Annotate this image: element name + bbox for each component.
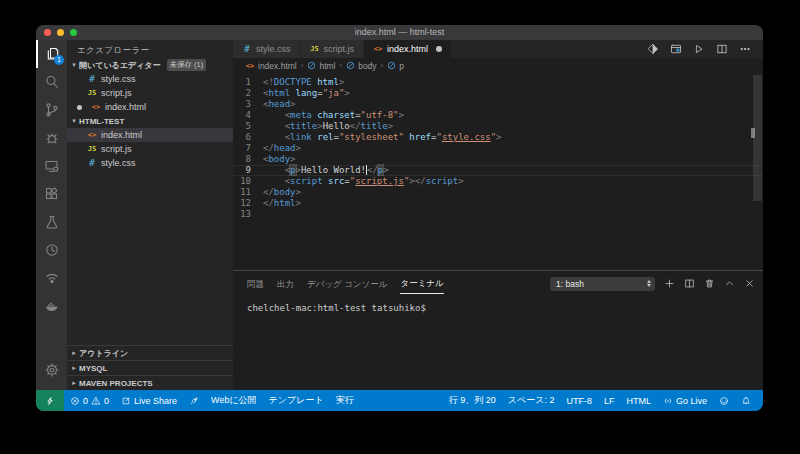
code-line[interactable]: 10 <script src="script.js"></script> (233, 176, 763, 187)
code-text: </body> (263, 187, 301, 198)
run-status[interactable]: 実行 (330, 390, 360, 411)
source-control-icon[interactable] (36, 96, 67, 124)
editor-scrollbar[interactable] (753, 75, 762, 201)
code-line[interactable]: 1<!DOCTYPE html> (233, 77, 763, 88)
template-label: テンプレート (269, 394, 324, 407)
tab-label: script.js (324, 44, 355, 54)
sidebar-explorer: エクスプローラー ▾ 開いているエディター 未保存 (1) # style.cs… (67, 40, 233, 390)
breadcrumb-body[interactable]: body (346, 61, 376, 71)
remote-indicator[interactable] (36, 390, 64, 411)
remote-lightning-icon (45, 396, 55, 406)
file-tree-item[interactable]: <> index.html (67, 128, 233, 142)
code-line[interactable]: 2<html lang="ja"> (233, 88, 763, 99)
panel-tab-output[interactable]: 出力 (277, 274, 294, 294)
breadcrumb-html[interactable]: html (307, 61, 335, 71)
code-line[interactable]: 12</html> (233, 198, 763, 209)
code-text: <body> (263, 154, 296, 165)
open-editor-item[interactable]: <> index.html (67, 100, 233, 114)
live-server-wifi-icon[interactable] (36, 264, 67, 292)
open-editor-item[interactable]: JS script.js (67, 86, 233, 100)
file-tree-item[interactable]: JS script.js (67, 142, 233, 156)
code-line[interactable]: 3<head> (233, 99, 763, 110)
close-panel-icon[interactable] (744, 278, 755, 289)
cursor-position-status[interactable]: 行 9、列 20 (443, 394, 502, 407)
code-line[interactable]: 7</head> (233, 143, 763, 154)
tab-label: style.css (256, 44, 291, 54)
panel-tab-problems[interactable]: 問題 (247, 274, 264, 294)
rocket-status[interactable] (183, 390, 205, 411)
search-icon[interactable] (36, 68, 67, 96)
formatter-diamond-icon[interactable] (647, 43, 659, 55)
tab-style-css[interactable]: # style.css (233, 40, 301, 58)
mysql-section-header[interactable]: ▸ MYSQL (67, 360, 233, 375)
notifications-status[interactable] (735, 396, 757, 406)
problems-status[interactable]: 0 0 (64, 390, 115, 411)
new-terminal-icon[interactable] (664, 278, 675, 289)
split-editor-icon[interactable] (716, 43, 728, 55)
section-label: アウトライン (79, 348, 128, 359)
split-terminal-icon[interactable] (684, 278, 695, 289)
explorer-icon[interactable]: 1 (36, 40, 67, 68)
tab-index-html[interactable]: <> index.html (364, 40, 452, 58)
code-line[interactable]: 6 <link rel="stylesheet" href="style.css… (233, 132, 763, 143)
maximize-panel-icon[interactable] (724, 278, 735, 289)
maven-section-header[interactable]: ▸ MAVEN PROJECTS (67, 375, 233, 390)
time-clock-icon[interactable] (36, 236, 67, 264)
code-line[interactable]: 13 (233, 209, 763, 220)
vscode-window: index.html — html-test 1 (36, 25, 763, 411)
breadcrumb-label: html (319, 61, 335, 71)
file-tree-item[interactable]: # style.css (67, 156, 233, 170)
breadcrumb-file[interactable]: <> index.html (245, 61, 297, 71)
folder-label: HTML-TEST (79, 117, 124, 126)
tab-script-js[interactable]: JS script.js (301, 40, 365, 58)
terminal-view[interactable]: chelchel-mac:html-test tatsuhiko$ (233, 296, 763, 390)
indentation-status[interactable]: スペース: 2 (502, 394, 561, 407)
eol-status[interactable]: LF (598, 396, 621, 406)
debug-icon[interactable] (36, 124, 67, 152)
folder-header[interactable]: ▾ HTML-TEST (67, 114, 233, 128)
encoding-status[interactable]: UTF-8 (560, 396, 598, 406)
breadcrumb: <> index.html › html › body › (233, 58, 763, 73)
code-editor[interactable]: 1<!DOCTYPE html>2<html lang="ja">3<head>… (233, 73, 763, 270)
open-editor-item[interactable]: # style.css (67, 72, 233, 86)
symbol-icon (387, 61, 396, 70)
select-arrows-icon (647, 280, 651, 287)
breadcrumb-label: p (399, 61, 404, 71)
code-line[interactable]: 9 <p>Hello World!</p> (233, 165, 763, 176)
eol-label: LF (604, 396, 615, 406)
breadcrumb-p[interactable]: p (387, 61, 404, 71)
template-status[interactable]: テンプレート (263, 390, 330, 411)
code-text: <link rel="stylesheet" href="style.css"> (263, 132, 502, 143)
symbol-icon (346, 61, 355, 70)
panel-tab-terminal[interactable]: ターミナル (400, 273, 443, 294)
code-line[interactable]: 8<body> (233, 154, 763, 165)
code-line[interactable]: 4 <meta charset="utf-8"> (233, 110, 763, 121)
spaces-label: スペース: 2 (508, 394, 555, 407)
publish-web-status[interactable]: Webに公開 (205, 390, 263, 411)
remote-screen-icon[interactable] (36, 152, 67, 180)
editor-group: # style.css JS script.js <> index.html (233, 40, 763, 390)
open-preview-icon[interactable] (670, 43, 682, 55)
outline-section-header[interactable]: ▸ アウトライン (67, 345, 233, 360)
code-line[interactable]: 11</body> (233, 187, 763, 198)
live-share-status[interactable]: Live Share (115, 390, 183, 411)
run-icon[interactable] (693, 43, 705, 55)
scrollbar-cursor-marker (751, 128, 755, 138)
test-beaker-icon[interactable] (36, 208, 67, 236)
go-live-status[interactable]: Go Live (657, 396, 713, 406)
language-mode-status[interactable]: HTML (620, 396, 657, 406)
settings-gear-icon[interactable] (36, 356, 67, 384)
modified-dot-icon[interactable] (436, 46, 442, 52)
more-actions-icon[interactable] (739, 43, 751, 55)
terminal-shell-select[interactable]: 1: bash (550, 277, 655, 291)
breadcrumb-separator: › (339, 61, 342, 70)
code-line[interactable]: 5 <title>Hello</title> (233, 121, 763, 132)
panel-tab-debug-console[interactable]: デバッグ コンソール (307, 274, 387, 294)
docker-whale-icon[interactable] (36, 292, 67, 320)
extensions-icon[interactable] (36, 180, 67, 208)
js-file-icon: JS (310, 45, 320, 53)
open-editors-header[interactable]: ▾ 開いているエディター 未保存 (1) (67, 58, 233, 72)
code-text: <script src="script.js"></script> (263, 176, 464, 187)
kill-terminal-trash-icon[interactable] (704, 278, 715, 289)
feedback-status[interactable] (713, 396, 735, 406)
